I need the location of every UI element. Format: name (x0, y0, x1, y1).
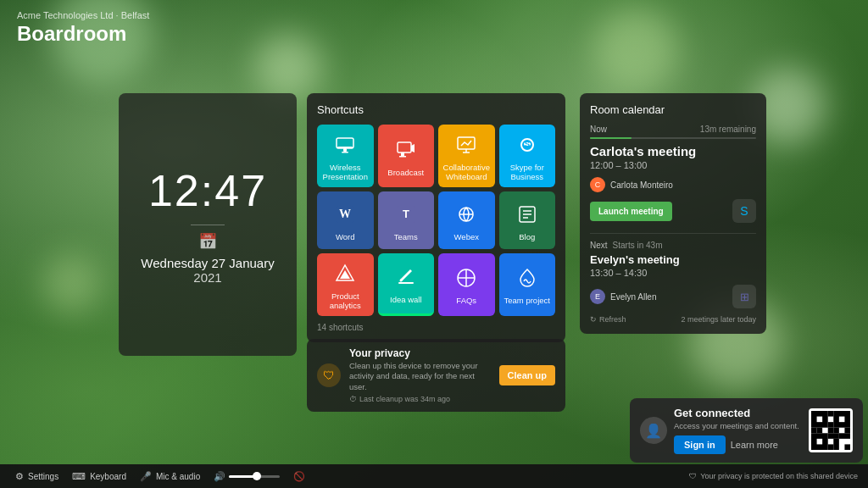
qr-code (809, 408, 853, 452)
clock-panel: 12:47 📅 Wednesday 27 January 2021 (119, 93, 297, 356)
svg-rect-2 (343, 148, 347, 152)
svg-rect-37 (828, 433, 839, 439)
svg-rect-39 (839, 433, 850, 439)
shortcut-tile-collaborative-whiteboard[interactable]: Collaborative Whiteboard (438, 125, 495, 187)
svg-rect-40 (833, 439, 839, 450)
qr-svg (811, 411, 850, 450)
cleanup-button[interactable]: Clean up (499, 365, 555, 385)
volume-control[interactable]: 🔊 (209, 469, 285, 485)
shortcut-label-word: Word (336, 232, 355, 241)
header: Acme Technologies Ltd · Belfast Boardroo… (0, 0, 868, 53)
settings-icon: ⚙ (15, 471, 24, 482)
shortcut-label-collaborative-whiteboard: Collaborative Whiteboard (442, 163, 492, 182)
svg-rect-44 (844, 428, 850, 434)
privacy-title: Your privacy (349, 347, 491, 359)
meeting-actions: Launch meeting S (590, 199, 756, 223)
next-meeting-name: Evelyn's meeting (590, 253, 756, 266)
shortcuts-grid: Wireless PresentationBroadcastCollaborat… (317, 125, 555, 316)
starts-label: Starts in 43m (613, 241, 663, 250)
connected-avatar-icon: 👤 (640, 417, 667, 444)
privacy-desc: Clean up this device to remove your acti… (349, 361, 491, 392)
learn-more-button[interactable]: Learn more (731, 440, 778, 450)
svg-rect-45 (828, 444, 834, 450)
host-avatar: C (590, 177, 605, 192)
skype-button[interactable]: S (732, 199, 756, 223)
shortcut-icon-blog (514, 201, 541, 228)
shortcut-icon-word: W (331, 201, 359, 228)
connected-desc: Access your meetings and content. (674, 421, 802, 430)
shortcut-icon-webex (453, 201, 480, 228)
shortcut-icon-idea-wall (392, 263, 420, 291)
current-meeting-name: Carlota's meeting (590, 144, 756, 158)
header-subtitle: Acme Technologies Ltd · Belfast (17, 10, 851, 20)
settings-button[interactable]: ⚙ Settings (10, 469, 64, 485)
refresh-button[interactable]: ↻ Refresh (590, 315, 626, 324)
svg-rect-31 (839, 417, 845, 423)
svg-rect-4 (398, 142, 411, 152)
shortcut-tile-blog[interactable]: Blog (499, 191, 556, 249)
shortcut-tile-product-analytics[interactable]: Product analytics (317, 253, 374, 316)
privacy-shield-icon: 🛡 (317, 363, 341, 387)
current-meeting-time: 12:00 – 13:00 (590, 160, 756, 170)
shortcuts-title: Shortcuts (317, 103, 555, 116)
next-label: Next (590, 241, 608, 250)
clock-year: 2021 (193, 270, 221, 285)
calendar-icon: 📅 (198, 232, 217, 251)
launch-meeting-button[interactable]: Launch meeting (590, 202, 672, 221)
shortcut-tile-teams[interactable]: TTeams (378, 191, 435, 249)
shortcut-label-team-project: Team project (504, 296, 550, 305)
shortcut-label-teams: Teams (394, 232, 418, 241)
shortcut-label-blog: Blog (519, 232, 535, 241)
svg-text:T: T (403, 208, 409, 220)
calendar-panel: Room calendar Now 13m remaining Carlota'… (580, 93, 766, 334)
svg-rect-41 (844, 444, 850, 450)
shortcut-label-product-analytics: Product analytics (320, 291, 370, 311)
shortcuts-panel: Shortcuts Wireless PresentationBroadcast… (307, 93, 565, 342)
shortcut-tile-faqs[interactable]: FAQs (438, 253, 495, 316)
teams-meeting-icon[interactable]: ⊞ (732, 285, 756, 308)
shortcut-label-faqs: FAQs (456, 296, 476, 305)
shortcut-tile-wireless-presentation[interactable]: Wireless Presentation (317, 125, 374, 187)
shortcut-tile-idea-wall[interactable]: Idea wall (378, 253, 435, 316)
volume-slider-track[interactable] (229, 475, 280, 478)
shortcut-icon-wireless-presentation (331, 131, 359, 158)
shortcut-label-idea-wall: Idea wall (390, 295, 422, 304)
svg-rect-34 (828, 411, 834, 417)
shortcut-tile-word[interactable]: WWord (317, 191, 374, 249)
shortcut-tile-team-project[interactable]: Team project (499, 253, 556, 316)
shortcut-tile-webex[interactable]: Webex (438, 191, 495, 249)
connected-actions: Sign in Learn more (674, 435, 802, 454)
volume-icon: 🔊 (214, 471, 225, 482)
shortcut-tile-skype-business[interactable]: SSkype for Business (499, 125, 556, 187)
next-meeting-host: E Evelyn Allen ⊞ (590, 285, 756, 308)
now-label: Now (590, 125, 607, 134)
svg-rect-22 (398, 282, 414, 284)
svg-rect-29 (817, 417, 823, 423)
svg-text:W: W (339, 208, 351, 220)
shortcut-label-wireless-presentation: Wireless Presentation (320, 163, 370, 182)
mute-icon: 🚫 (293, 471, 305, 482)
connected-title: Get connected (674, 407, 802, 419)
shortcut-icon-skype-business: S (514, 131, 541, 158)
mic-audio-button[interactable]: 🎤 Mic & audio (135, 469, 205, 485)
privacy-time: ⏱ Last cleanup was 34m ago (349, 395, 491, 403)
remaining-label: 13m remaining (700, 125, 756, 134)
clock-small-icon: ⏱ (349, 395, 357, 403)
volume-slider-thumb (253, 472, 261, 480)
svg-text:S: S (525, 140, 530, 148)
meetings-later-link[interactable]: 2 meetings later today (681, 315, 756, 324)
sign-in-button[interactable]: Sign in (674, 435, 726, 454)
calendar-title: Room calendar (590, 103, 756, 116)
mute-button[interactable]: 🚫 (288, 469, 310, 485)
host-name: Carlota Monteiro (610, 180, 673, 190)
meeting-now-header: Now 13m remaining (590, 125, 756, 134)
svg-rect-36 (828, 428, 834, 434)
privacy-status: 🛡 Your privacy is protected on this shar… (689, 472, 858, 480)
calendar-footer: ↻ Refresh 2 meetings later today (590, 315, 756, 324)
svg-rect-43 (817, 428, 823, 434)
keyboard-button[interactable]: ⌨ Keyboard (67, 469, 131, 485)
svg-rect-42 (811, 428, 817, 434)
shortcut-tile-broadcast[interactable]: Broadcast (378, 125, 435, 187)
bokeh-5 (42, 254, 102, 313)
taskbar: ⚙ Settings ⌨ Keyboard 🎤 Mic & audio 🔊 🚫 … (0, 464, 868, 488)
